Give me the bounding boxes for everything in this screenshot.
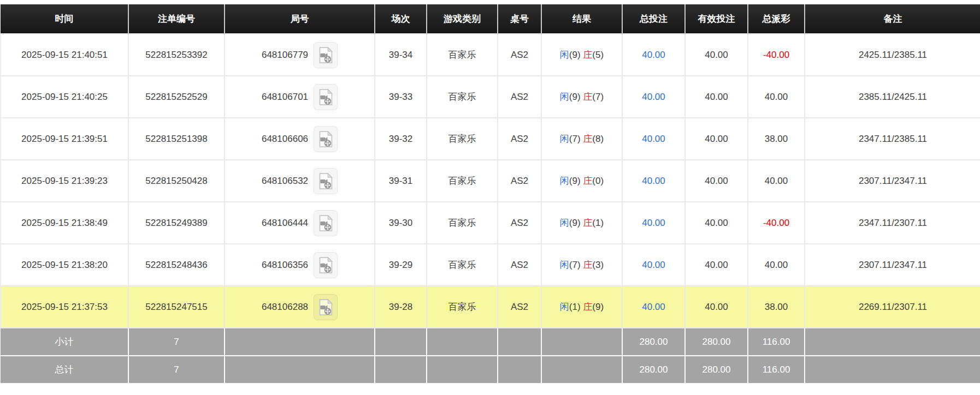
cell-result: 闲(9) 庄(0): [541, 160, 622, 202]
table-row[interactable]: 2025-09-15 21:40:25522815252529648106701…: [1, 76, 980, 118]
cell-round-id: 648106606: [225, 118, 375, 160]
table-header: 时间注单编号局号场次游戏类别桌号结果总投注有效投注总派彩备注: [1, 4, 980, 34]
payout-value: -40.00: [763, 218, 789, 228]
cell-session: 39-33: [375, 76, 427, 118]
cell-valid-bet: 40.00: [685, 244, 748, 286]
cell-round-id: 648106444: [225, 202, 375, 244]
total-bet-value: 40.00: [642, 134, 665, 144]
summary-empty-table-no: [498, 356, 541, 384]
result-banker-label: 庄: [583, 302, 592, 312]
result-banker-label: 庄: [583, 260, 592, 270]
result-player-score: (9): [569, 50, 583, 60]
col-header-payout: 总派彩: [748, 4, 805, 34]
cell-remark: 2307.11/2347.11: [805, 160, 980, 202]
bet-records-table: 时间注单编号局号场次游戏类别桌号结果总投注有效投注总派彩备注 2025-09-1…: [0, 4, 980, 384]
cell-time: 2025-09-15 21:37:53: [1, 286, 128, 328]
video-replay-icon: [318, 172, 333, 190]
summary-empty-game-type: [427, 356, 498, 384]
round-id-text: 648106288: [262, 302, 308, 313]
cell-payout: 40.00: [748, 244, 805, 286]
summary-total-bet: 280.00: [622, 328, 685, 356]
round-id-text: 648106701: [262, 92, 308, 103]
cell-time: 2025-09-15 21:39:23: [1, 160, 128, 202]
video-replay-icon: [318, 298, 333, 316]
table-row[interactable]: 2025-09-15 21:37:53522815247515648106288…: [1, 286, 980, 328]
total-bet-value: 40.00: [642, 302, 665, 312]
result-banker-score: (9): [592, 302, 604, 312]
replay-video-button[interactable]: [314, 84, 338, 110]
round-id-with-replay: 648106444: [225, 210, 374, 236]
cell-result: 闲(9) 庄(5): [541, 34, 622, 76]
cell-total-bet: 40.00: [622, 118, 685, 160]
replay-video-button[interactable]: [314, 168, 338, 194]
summary-empty-result: [541, 356, 622, 384]
result-banker-score: (1): [592, 218, 604, 228]
summary-valid-bet: 280.00: [685, 356, 748, 384]
summary-empty-game-type: [427, 328, 498, 356]
result-banker-score: (3): [592, 260, 604, 270]
payout-value: 38.00: [765, 302, 788, 312]
col-header-time: 时间: [1, 4, 128, 34]
table-row[interactable]: 2025-09-15 21:38:49522815249389648106444…: [1, 202, 980, 244]
cell-total-bet: 40.00: [622, 286, 685, 328]
payout-value: 40.00: [765, 176, 788, 186]
round-id-text: 648106779: [262, 50, 308, 61]
cell-round-id: 648106532: [225, 160, 375, 202]
cell-total-bet: 40.00: [622, 202, 685, 244]
summary-empty-result: [541, 328, 622, 356]
cell-game-type: 百家乐: [427, 76, 498, 118]
cell-payout: -40.00: [748, 202, 805, 244]
cell-table-no: AS2: [498, 118, 541, 160]
col-header-bet-id: 注单编号: [128, 4, 225, 34]
cell-result: 闲(7) 庄(8): [541, 118, 622, 160]
col-header-game-type: 游戏类别: [427, 4, 498, 34]
cell-game-type: 百家乐: [427, 202, 498, 244]
summary-empty-remark: [805, 328, 980, 356]
summary-valid-bet: 280.00: [685, 328, 748, 356]
cell-bet-id: 522815248436: [128, 244, 225, 286]
cell-game-type: 百家乐: [427, 286, 498, 328]
round-id-text: 648106444: [262, 218, 308, 229]
table-row[interactable]: 2025-09-15 21:40:51522815253392648106779…: [1, 34, 980, 76]
bet-records-panel: 时间注单编号局号场次游戏类别桌号结果总投注有效投注总派彩备注 2025-09-1…: [0, 0, 980, 384]
result-player-score: (9): [569, 218, 583, 228]
cell-payout: 40.00: [748, 76, 805, 118]
table-row[interactable]: 2025-09-15 21:38:20522815248436648106356…: [1, 244, 980, 286]
col-header-session: 场次: [375, 4, 427, 34]
cell-remark: 2307.11/2347.11: [805, 244, 980, 286]
replay-video-button[interactable]: [314, 294, 338, 320]
summary-total-bet: 280.00: [622, 356, 685, 384]
cell-session: 39-31: [375, 160, 427, 202]
result-banker-score: (7): [592, 92, 604, 102]
summary-label: 总计: [1, 356, 128, 384]
round-id-with-replay: 648106701: [225, 84, 374, 110]
col-header-valid-bet: 有效投注: [685, 4, 748, 34]
cell-total-bet: 40.00: [622, 34, 685, 76]
cell-payout: 38.00: [748, 118, 805, 160]
replay-video-button[interactable]: [314, 252, 338, 278]
payout-value: 40.00: [765, 92, 788, 102]
video-replay-icon: [318, 214, 333, 232]
replay-video-button[interactable]: [314, 126, 338, 152]
replay-video-button[interactable]: [314, 42, 338, 68]
col-header-result: 结果: [541, 4, 622, 34]
summary-empty-remark: [805, 356, 980, 384]
total-bet-value: 40.00: [642, 92, 665, 102]
table-row[interactable]: 2025-09-15 21:39:51522815251398648106606…: [1, 118, 980, 160]
cell-remark: 2385.11/2425.11: [805, 76, 980, 118]
video-replay-icon: [318, 130, 333, 148]
subtotal-row: 小计7280.00280.00116.00: [1, 328, 980, 356]
result-banker-label: 庄: [583, 92, 592, 102]
cell-bet-id: 522815247515: [128, 286, 225, 328]
result-player-label: 闲: [560, 50, 569, 60]
summary-empty-session: [375, 328, 427, 356]
cell-total-bet: 40.00: [622, 244, 685, 286]
result-banker-label: 庄: [583, 50, 592, 60]
cell-session: 39-32: [375, 118, 427, 160]
replay-video-button[interactable]: [314, 210, 338, 236]
cell-game-type: 百家乐: [427, 118, 498, 160]
summary-empty-round: [225, 328, 375, 356]
total-bet-value: 40.00: [642, 218, 665, 228]
cell-session: 39-29: [375, 244, 427, 286]
table-row[interactable]: 2025-09-15 21:39:23522815250428648106532…: [1, 160, 980, 202]
